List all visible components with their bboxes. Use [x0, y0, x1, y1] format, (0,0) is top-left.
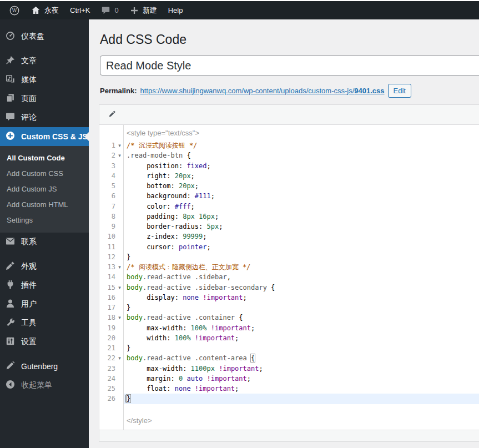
- code-line-text[interactable]: }: [124, 394, 479, 404]
- code-line[interactable]: 17}: [99, 303, 479, 313]
- sidebar-item-label: 工具: [21, 318, 37, 328]
- submenu-item-settings[interactable]: Settings: [0, 213, 89, 228]
- code-line[interactable]: 23 max-width: 1100px !important;: [99, 364, 479, 374]
- code-line-text[interactable]: cursor: pointer;: [124, 242, 479, 252]
- sidebar-item-plugins[interactable]: 插件: [0, 276, 89, 295]
- code-line-text[interactable]: body.read-active .container {: [124, 313, 479, 323]
- code-line[interactable]: 20 width: 100% !important;: [99, 333, 479, 343]
- line-gutter: 7: [99, 202, 124, 212]
- admin-sidebar: 仪表盘 文章 媒体 页面 评论 Custom CSS & JS All Cust…: [0, 19, 89, 448]
- code-line[interactable]: 21}: [99, 343, 479, 353]
- code-line[interactable]: 11 cursor: pointer;: [99, 242, 479, 252]
- code-line[interactable]: 4 right: 20px;: [99, 171, 479, 181]
- code-line-text[interactable]: position: fixed;: [124, 161, 479, 171]
- new-content-menu[interactable]: 新建: [124, 1, 163, 19]
- fold-gutter-spacer: [115, 222, 124, 231]
- comment-bubble-icon: [101, 6, 110, 15]
- sidebar-item-settings[interactable]: 设置: [0, 333, 89, 351]
- site-menu[interactable]: 永夜: [26, 1, 64, 19]
- code-line-text[interactable]: width: 100% !important;: [124, 333, 479, 343]
- code-line-text[interactable]: .read-mode-btn {: [124, 150, 479, 160]
- sidebar-item-comments[interactable]: 评论: [0, 108, 89, 127]
- submenu-item-all-custom-code[interactable]: All Custom Code: [0, 150, 89, 166]
- submenu-item-add-custom-html[interactable]: Add Custom HTML: [0, 197, 89, 213]
- code-line[interactable]: 13▾/* 阅读模式：隐藏侧边栏、正文加宽 */: [99, 262, 479, 272]
- help-menu[interactable]: Help: [163, 1, 189, 19]
- code-line-text[interactable]: /* 阅读模式：隐藏侧边栏、正文加宽 */: [124, 262, 479, 272]
- code-line-text[interactable]: bottom: 20px;: [124, 181, 479, 191]
- sidebar-item-dashboard[interactable]: 仪表盘: [0, 27, 89, 46]
- code-line-text[interactable]: }: [124, 303, 479, 313]
- code-line-text[interactable]: margin: 0 auto !important;: [124, 374, 479, 384]
- code-line-text[interactable]: color: #fff;: [124, 202, 479, 212]
- code-editor[interactable]: <style type="text/css"> 1▾/* 沉浸式阅读按钮 */2…: [99, 125, 479, 430]
- code-line-text[interactable]: float: none !important;: [124, 384, 479, 394]
- code-line-text[interactable]: display: none !important;: [124, 293, 479, 303]
- code-line[interactable]: 24 margin: 0 auto !important;: [99, 374, 479, 384]
- code-line-text[interactable]: right: 20px;: [124, 171, 479, 181]
- permalink-link[interactable]: https://www.shuijingwanwq.com/wp-content…: [140, 87, 384, 95]
- code-line[interactable]: 12}: [99, 252, 479, 262]
- sidebar-item-custom-css-js[interactable]: Custom CSS & JS: [0, 127, 89, 146]
- code-line-text[interactable]: border-radius: 5px;: [124, 222, 479, 231]
- sidebar-item-contact[interactable]: 联系: [0, 233, 89, 251]
- code-line-text[interactable]: z-index: 99999;: [124, 231, 479, 241]
- sidebar-item-users[interactable]: 用户: [0, 295, 89, 314]
- code-line[interactable]: 7 color: #fff;: [99, 202, 479, 212]
- code-line-text[interactable]: padding: 8px 16px;: [124, 212, 479, 222]
- fold-arrow-icon[interactable]: ▾: [115, 283, 124, 293]
- code-line[interactable]: 3 position: fixed;: [99, 161, 479, 171]
- code-line-text[interactable]: body.read-active .content-area {: [124, 353, 479, 363]
- code-line-text[interactable]: body.read-active .sidebar,: [124, 272, 479, 282]
- fold-arrow-icon[interactable]: ▾: [115, 262, 124, 272]
- code-line[interactable]: 16 display: none !important;: [99, 293, 479, 303]
- code-line[interactable]: 9 border-radius: 5px;: [99, 222, 479, 231]
- code-line[interactable]: 25 float: none !important;: [99, 384, 479, 394]
- code-line[interactable]: 1▾/* 沉浸式阅读按钮 */: [99, 140, 479, 150]
- code-line[interactable]: 6 background: #111;: [99, 191, 479, 201]
- code-line-text[interactable]: /* 沉浸式阅读按钮 */: [124, 140, 479, 150]
- title-input[interactable]: [100, 56, 479, 75]
- code-line-text[interactable]: max-width: 1100px !important;: [124, 364, 479, 374]
- sidebar-item-gutenberg[interactable]: Gutenberg: [0, 357, 89, 376]
- active-item-arrow: [84, 132, 89, 141]
- line-gutter: 4: [99, 171, 124, 181]
- sidebar-item-collapse-menu[interactable]: 收起菜单: [0, 376, 89, 395]
- line-number: 5: [99, 181, 115, 191]
- wp-logo-menu[interactable]: W: [3, 1, 26, 19]
- brush-tool-icon[interactable]: [108, 109, 117, 120]
- sidebar-item-tools[interactable]: 工具: [0, 314, 89, 333]
- code-line[interactable]: 26}: [99, 394, 479, 404]
- code-line-text[interactable]: }: [124, 252, 479, 262]
- sidebar-item-posts[interactable]: 文章: [0, 52, 89, 71]
- code-line[interactable]: 22▾body.read-active .content-area {: [99, 353, 479, 363]
- comments-menu[interactable]: 0: [95, 1, 124, 19]
- sidebar-item-label: 用户: [21, 299, 37, 309]
- code-line[interactable]: 18▾body.read-active .container {: [99, 313, 479, 323]
- code-line[interactable]: 2▾.read-mode-btn {: [99, 150, 479, 160]
- command-palette-shortcut[interactable]: Ctrl+K: [64, 1, 95, 19]
- code-line-text[interactable]: body.read-active .sidebar-secondary {: [124, 283, 479, 293]
- code-line[interactable]: 19 max-width: 100% !important;: [99, 323, 479, 333]
- code-line-text[interactable]: }: [124, 343, 479, 353]
- line-number: 16: [99, 293, 115, 303]
- submenu-item-add-custom-js[interactable]: Add Custom JS: [0, 182, 89, 197]
- permalink-edit-button[interactable]: Edit: [388, 84, 411, 98]
- code-line[interactable]: 10 z-index: 99999;: [99, 231, 479, 241]
- fold-arrow-icon[interactable]: ▾: [115, 313, 124, 323]
- fold-arrow-icon[interactable]: ▾: [115, 353, 124, 363]
- sidebar-item-appearance[interactable]: 外观: [0, 257, 89, 276]
- submenu-item-add-custom-css[interactable]: Add Custom CSS: [0, 166, 89, 182]
- code-line-text[interactable]: max-width: 100% !important;: [124, 323, 479, 333]
- code-line-text[interactable]: background: #111;: [124, 191, 479, 201]
- code-line[interactable]: 8 padding: 8px 16px;: [99, 212, 479, 222]
- code-line[interactable]: 5 bottom: 20px;: [99, 181, 479, 191]
- code-line[interactable]: 15▾body.read-active .sidebar-secondary {: [99, 283, 479, 293]
- line-gutter: 22▾: [99, 353, 124, 363]
- sidebar-item-pages[interactable]: 页面: [0, 89, 89, 108]
- sidebar-item-media[interactable]: 媒体: [0, 71, 89, 89]
- code-line[interactable]: 14body.read-active .sidebar,: [99, 272, 479, 282]
- home-icon: [31, 6, 41, 15]
- fold-arrow-icon[interactable]: ▾: [115, 140, 124, 150]
- fold-arrow-icon[interactable]: ▾: [115, 150, 124, 160]
